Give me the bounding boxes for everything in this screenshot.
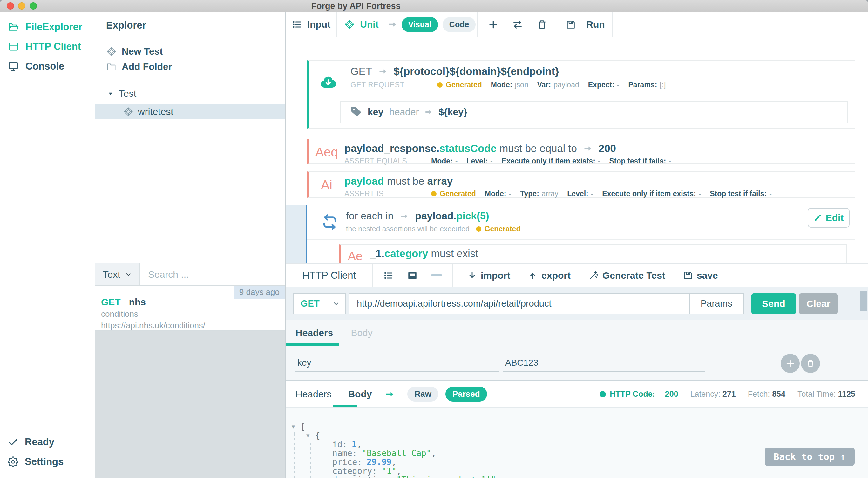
- arrow-up-icon: [528, 271, 537, 280]
- history-age-badge: 9 days ago: [234, 286, 285, 299]
- swap-icon[interactable]: [512, 19, 523, 30]
- request-header-row[interactable]: key header ${key}: [340, 101, 848, 123]
- for-each-block[interactable]: for each in payload.pick(5) the nested a…: [306, 205, 855, 264]
- header-value-input[interactable]: [503, 354, 705, 372]
- assert-rest: must be equal to: [499, 142, 577, 154]
- list-view-icon[interactable]: [383, 270, 394, 281]
- total-time-metric: Total Time: 1125: [798, 389, 855, 399]
- foreach-expr-path: payload.: [415, 210, 456, 221]
- history-description: conditions: [101, 309, 285, 319]
- assert-equals-block[interactable]: Aeq payload_response.statusCode must be …: [307, 139, 855, 164]
- export-button[interactable]: export: [528, 270, 570, 281]
- foreach-note: the nested assertions will be executed: [346, 225, 470, 233]
- unit-label: Unit: [360, 19, 378, 30]
- magic-wand-icon: [588, 270, 598, 281]
- for-each-header: for each in payload.pick(5) the nested a…: [307, 205, 855, 240]
- unit-button[interactable]: Unit: [337, 12, 386, 37]
- add-component-icon[interactable]: [488, 20, 498, 30]
- assert-tag: Ai: [309, 178, 344, 192]
- import-button[interactable]: import: [467, 270, 510, 281]
- generate-test-button[interactable]: Generate Test: [588, 270, 665, 281]
- view-mode-switch: Visual Code: [386, 12, 477, 37]
- save-icon[interactable]: [565, 20, 576, 30]
- send-button[interactable]: Send: [751, 293, 796, 314]
- nav-item-http-client[interactable]: HTTP Client: [0, 37, 95, 57]
- history-item[interactable]: 9 days ago GET nhs conditions https://ap…: [95, 286, 285, 331]
- search-filter-dropdown[interactable]: Text: [95, 264, 140, 285]
- run-actions: Run: [558, 12, 613, 37]
- add-folder-button[interactable]: Add Folder: [106, 59, 285, 74]
- parsed-toggle[interactable]: Parsed: [445, 386, 487, 402]
- visual-tab[interactable]: Visual: [402, 17, 438, 32]
- header-key-input[interactable]: [296, 354, 499, 372]
- add-header-button[interactable]: [781, 354, 800, 373]
- assert-tag: Ae: [341, 249, 370, 263]
- generate-test-label: Generate Test: [602, 270, 665, 281]
- tree-item-writetest[interactable]: writetest: [95, 104, 285, 120]
- http-client-header: HTTP Client import export: [286, 264, 868, 287]
- get-request-block[interactable]: GET ${protocol}${domain}${endpoint} GET …: [307, 60, 855, 129]
- collapse-triangle-icon[interactable]: ▼: [306, 431, 315, 440]
- assert-rest: must exist: [431, 247, 478, 259]
- nav-item-console[interactable]: Console: [0, 57, 95, 76]
- meta-mode: Mode:-: [431, 157, 458, 165]
- params-button[interactable]: Params: [689, 294, 743, 314]
- assert-subject: payload: [344, 175, 384, 187]
- raw-toggle[interactable]: Raw: [407, 386, 438, 402]
- input-label: Input: [307, 19, 331, 30]
- request-bar: GET Params Send Clear: [286, 287, 868, 320]
- json-line[interactable]: ▼[: [286, 422, 868, 431]
- input-button[interactable]: Input: [286, 12, 337, 37]
- arrow-right-icon: [388, 20, 397, 29]
- tab-request-headers[interactable]: Headers: [296, 328, 333, 338]
- meta-mode: Mode:-: [485, 190, 511, 198]
- back-to-top-button[interactable]: Back to top ↑: [765, 447, 855, 466]
- new-test-button[interactable]: New Test: [106, 44, 285, 59]
- component-kind: ASSERT EXISTS: [370, 262, 438, 264]
- panel-view-icon[interactable]: [407, 270, 418, 281]
- minimize-button[interactable]: [18, 2, 25, 9]
- tab-request-body[interactable]: Body: [351, 328, 372, 338]
- left-nav: FileExplorer HTTP Client Console Ready S…: [0, 12, 95, 478]
- arrow-right-icon: [378, 67, 387, 76]
- fetch-metric: Fetch: 854: [748, 389, 785, 399]
- assert-exists-block[interactable]: Ae _1.category must exist ASSERT EXISTS …: [339, 244, 847, 264]
- scrollbar-thumb[interactable]: [860, 291, 867, 311]
- minimize-panel-icon[interactable]: [431, 274, 442, 276]
- tab-response-body[interactable]: Body: [348, 389, 372, 400]
- app-window: Forge by API Fortress FileExplorer HTTP …: [0, 0, 868, 478]
- method-select[interactable]: GET: [293, 293, 346, 314]
- header-kv-row: [286, 346, 868, 381]
- save-request-label: save: [697, 270, 718, 281]
- test-toolbar: Input Unit Visual Code: [286, 12, 868, 37]
- search-input[interactable]: [140, 264, 285, 285]
- generated-dot: [476, 226, 481, 232]
- edit-button[interactable]: Edit: [808, 208, 849, 228]
- meta-mode: Mode:-: [501, 262, 527, 264]
- json-line[interactable]: ▼{: [286, 431, 868, 440]
- folder-open-icon: [8, 21, 19, 33]
- code-tab[interactable]: Code: [442, 17, 476, 32]
- nav-item-file-explorer[interactable]: FileExplorer: [0, 17, 95, 37]
- tab-response-headers[interactable]: Headers: [296, 389, 331, 400]
- generated-badge: Generated: [447, 262, 492, 264]
- tree-folder-test[interactable]: Test: [106, 88, 285, 99]
- caret-down-icon: [107, 91, 114, 97]
- close-button[interactable]: [7, 2, 14, 9]
- generated-dot: [437, 82, 442, 88]
- nav-item-settings[interactable]: Settings: [0, 452, 95, 472]
- save-request-button[interactable]: save: [683, 270, 718, 281]
- clear-button[interactable]: Clear: [799, 293, 838, 314]
- assert-is-block[interactable]: Ai payload must be array ASSERT IS Gener…: [307, 171, 855, 198]
- meta-expect: Expect:-: [588, 80, 620, 89]
- collapse-triangle-icon[interactable]: ▼: [292, 422, 301, 431]
- search-filter-label: Text: [103, 269, 120, 280]
- zoom-button[interactable]: [30, 2, 37, 9]
- gear-icon: [8, 456, 19, 467]
- test-editor: GET ${protocol}${domain}${endpoint} GET …: [286, 37, 868, 264]
- assert-tag: Aeq: [309, 145, 344, 159]
- run-button[interactable]: Run: [586, 19, 604, 30]
- trash-icon[interactable]: [537, 19, 548, 30]
- delete-header-button[interactable]: [801, 354, 820, 373]
- request-url-input[interactable]: [349, 294, 689, 314]
